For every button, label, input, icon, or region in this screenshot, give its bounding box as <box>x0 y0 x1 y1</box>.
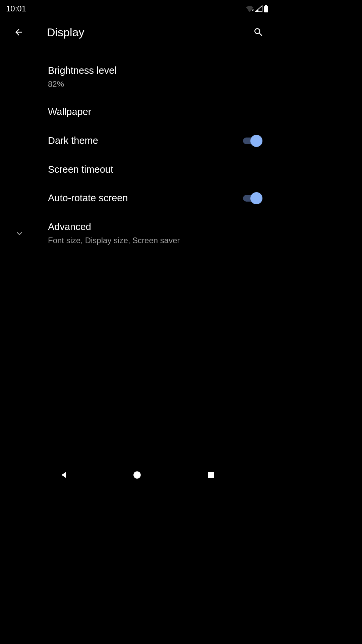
wifi-icon: × <box>246 5 254 12</box>
setting-text: Screen timeout <box>48 163 265 176</box>
auto-rotate-item[interactable]: Auto-rotate screen <box>0 184 275 213</box>
svg-text:×: × <box>252 8 254 12</box>
setting-text: Wallpaper <box>48 106 265 118</box>
wallpaper-item[interactable]: Wallpaper <box>0 98 275 126</box>
expand-icon-wrap <box>9 228 48 239</box>
svg-rect-1 <box>264 6 268 12</box>
status-icons: × <box>246 5 268 12</box>
search-button[interactable] <box>252 25 265 39</box>
back-button[interactable] <box>13 27 24 38</box>
search-icon <box>253 27 264 38</box>
nav-back-icon <box>59 471 68 479</box>
setting-subtitle: 82% <box>48 78 265 90</box>
nav-home-icon <box>133 471 141 479</box>
nav-back-button[interactable] <box>54 465 74 485</box>
dark-theme-item[interactable]: Dark theme <box>0 126 275 155</box>
brightness-level-item[interactable]: Brightness level 82% <box>0 56 275 98</box>
setting-text: Advanced Font size, Display size, Screen… <box>48 221 265 246</box>
nav-recent-button[interactable] <box>201 465 221 485</box>
app-bar: Display <box>0 15 275 50</box>
page-title: Display <box>47 26 229 39</box>
setting-title: Auto-rotate screen <box>48 192 243 205</box>
switch-thumb <box>250 192 262 204</box>
setting-title: Dark theme <box>48 135 243 147</box>
switch-thumb <box>250 135 262 147</box>
setting-title: Advanced <box>48 221 265 233</box>
chevron-down-icon <box>14 228 25 239</box>
navigation-bar <box>0 462 275 488</box>
nav-home-button[interactable] <box>127 465 147 485</box>
dark-theme-switch[interactable] <box>243 135 262 147</box>
setting-text: Brightness level 82% <box>48 64 265 90</box>
arrow-back-icon <box>14 27 24 37</box>
svg-rect-2 <box>265 5 267 6</box>
setting-title: Wallpaper <box>48 106 265 118</box>
setting-title: Brightness level <box>48 64 265 77</box>
svg-rect-4 <box>208 472 214 478</box>
setting-text: Dark theme <box>48 135 243 147</box>
status-time: 10:01 <box>6 4 26 13</box>
setting-title: Screen timeout <box>48 163 265 176</box>
screen-timeout-item[interactable]: Screen timeout <box>0 155 275 184</box>
nav-recent-icon <box>207 471 215 479</box>
cell-signal-icon <box>255 5 262 12</box>
setting-subtitle: Font size, Display size, Screen saver <box>48 235 265 246</box>
auto-rotate-switch[interactable] <box>243 192 262 204</box>
setting-text: Auto-rotate screen <box>48 192 243 205</box>
svg-point-3 <box>134 471 141 479</box>
status-bar: 10:01 × <box>0 0 275 15</box>
battery-icon <box>264 5 268 12</box>
advanced-item[interactable]: Advanced Font size, Display size, Screen… <box>0 213 275 254</box>
settings-list: Brightness level 82% Wallpaper Dark them… <box>0 50 275 261</box>
